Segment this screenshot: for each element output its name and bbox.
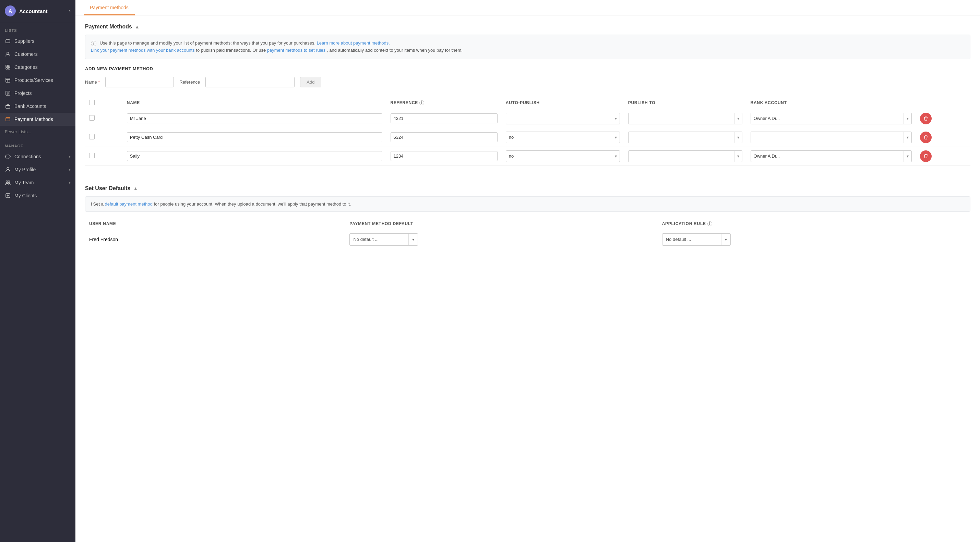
products-icon	[5, 77, 11, 83]
payment-method-default-chevron-icon-fred: ▾	[408, 234, 418, 245]
sidebar-item-payment-methods[interactable]: Payment Methods	[0, 113, 75, 126]
sidebar-item-label-my-team: My Team	[14, 180, 65, 185]
publish-to-select-wrap-petty-cash: ▾	[628, 132, 742, 143]
sidebar-item-categories[interactable]: Categories	[0, 61, 75, 74]
user-defaults-title: Set User Defaults	[85, 185, 130, 192]
delete-button-sally[interactable]	[920, 151, 932, 162]
content-area: Payment Methods ▲ i Use this page to man…	[75, 16, 980, 542]
payment-methods-chevron-up-icon[interactable]: ▲	[135, 24, 140, 30]
connections-icon	[5, 154, 11, 160]
auto-publish-select-wrap-petty-cash: no yes ▾	[506, 132, 620, 143]
my-profile-icon	[5, 166, 11, 173]
info-text-3: , and automatically add context to your …	[327, 48, 463, 53]
bank-account-select-petty-cash[interactable]: Owner A Dr...	[751, 133, 904, 142]
application-rule-select-wrap-fred: No default ... ▾	[662, 233, 731, 246]
account-name: Accountant	[19, 8, 48, 14]
application-rule-chevron-icon-fred: ▾	[721, 234, 730, 245]
sidebar-item-my-clients[interactable]: My Clients	[0, 189, 75, 202]
publish-to-chevron-icon-mr-jane: ▾	[734, 113, 742, 124]
user-defaults-table: USER NAME PAYMENT METHOD DEFAULT APPLICA…	[85, 219, 970, 250]
add-button[interactable]: Add	[300, 77, 321, 87]
sidebar-item-projects[interactable]: Projects	[0, 87, 75, 100]
sidebar-item-my-team[interactable]: My Team ▾	[0, 176, 75, 189]
col-header-user-name: USER NAME	[85, 219, 345, 229]
auto-publish-select-petty-cash[interactable]: no yes	[506, 133, 612, 142]
sidebar-item-connections[interactable]: Connections ▾	[0, 150, 75, 163]
select-all-checkbox[interactable]	[89, 100, 95, 105]
set-rules-link[interactable]: payment methods to set rules	[267, 48, 326, 53]
link-bank-accounts-link[interactable]: Link your payment methods with your bank…	[91, 48, 195, 53]
bank-account-chevron-icon-sally: ▾	[904, 151, 912, 162]
col-header-auto-publish: AUTO-PUBLISH	[502, 97, 624, 109]
row-checkbox-petty-cash[interactable]	[89, 134, 95, 139]
svg-point-1	[7, 52, 9, 54]
my-profile-chevron-down-icon: ▾	[68, 167, 71, 172]
my-clients-icon	[5, 193, 11, 199]
sidebar-item-label-customers: Customers	[14, 51, 71, 57]
svg-rect-5	[8, 68, 10, 69]
tabs-bar: Payment methods	[75, 0, 980, 16]
suppliers-icon	[5, 38, 11, 44]
table-row: yes no ▾ ▾	[85, 109, 970, 128]
row-checkbox-sally[interactable]	[89, 153, 95, 158]
bank-account-select-mr-jane[interactable]: Owner A Dr...	[751, 114, 904, 123]
account-chevron-right-icon: ›	[69, 8, 71, 14]
reference-field-sally[interactable]	[391, 151, 498, 161]
add-payment-method-form: Name * Reference Add	[85, 77, 970, 87]
name-input[interactable]	[105, 77, 174, 87]
publish-to-chevron-icon-sally: ▾	[734, 151, 742, 162]
fewer-lists-button[interactable]: Fewer Lists...	[0, 126, 75, 138]
delete-button-petty-cash[interactable]	[920, 132, 932, 143]
reference-field-petty-cash[interactable]	[391, 132, 498, 142]
sidebar-item-my-profile[interactable]: My Profile ▾	[0, 163, 75, 176]
auto-publish-select-wrap-mr-jane: yes no ▾	[506, 113, 620, 124]
auto-publish-chevron-icon-sally: ▾	[612, 151, 620, 162]
sidebar-item-label-categories: Categories	[14, 64, 71, 70]
publish-to-select-sally[interactable]	[628, 151, 734, 161]
reference-info-icon[interactable]: i	[419, 100, 424, 105]
publish-to-select-wrap-sally: ▾	[628, 151, 742, 162]
sidebar-item-label-my-profile: My Profile	[14, 167, 65, 172]
user-defaults-info-box: i Set a default payment method for peopl…	[85, 196, 970, 212]
lists-section-label: LISTS	[0, 22, 75, 35]
col-header-name: NAME	[123, 97, 387, 109]
sidebar-item-customers[interactable]: Customers	[0, 48, 75, 61]
manage-section-label: MANAGE	[0, 138, 75, 150]
sidebar-item-bank-accounts[interactable]: Bank Accounts	[0, 100, 75, 113]
reference-input[interactable]	[205, 77, 294, 87]
name-field-sally[interactable]	[127, 151, 382, 161]
payment-methods-table: NAME REFERENCE i AUTO-PUBLISH PUBLISH TO…	[85, 97, 970, 166]
tab-payment-methods[interactable]: Payment methods	[84, 0, 135, 16]
publish-to-select-mr-jane[interactable]	[628, 114, 734, 123]
payment-method-default-select-fred[interactable]: No default ...	[350, 235, 408, 244]
required-asterisk: *	[98, 79, 100, 85]
name-field-petty-cash[interactable]	[127, 132, 382, 142]
delete-button-mr-jane[interactable]	[920, 113, 932, 124]
publish-to-select-petty-cash[interactable]	[628, 133, 734, 142]
connections-chevron-down-icon: ▾	[68, 154, 71, 159]
user-defaults-chevron-up-icon[interactable]: ▲	[134, 186, 138, 191]
auto-publish-select-mr-jane[interactable]: yes no	[506, 114, 612, 123]
bank-account-select-wrap-sally: Owner A Dr... ▾	[751, 151, 912, 162]
account-info: A Accountant	[5, 5, 48, 16]
name-field-mr-jane[interactable]	[127, 113, 382, 124]
payment-methods-section-header: Payment Methods ▲	[85, 24, 970, 30]
table-row: no yes ▾ ▾	[85, 128, 970, 147]
auto-publish-select-sally[interactable]: no yes	[506, 151, 612, 161]
default-payment-method-link[interactable]: default payment method	[105, 201, 153, 207]
bank-accounts-icon	[5, 103, 11, 109]
row-checkbox-mr-jane[interactable]	[89, 115, 95, 120]
auto-publish-chevron-icon-petty-cash: ▾	[612, 132, 620, 143]
sidebar-header[interactable]: A Accountant ›	[0, 0, 75, 22]
application-rule-select-fred[interactable]: No default ...	[662, 235, 721, 244]
learn-more-link[interactable]: Learn more about payment methods.	[317, 40, 390, 46]
bank-account-select-sally[interactable]: Owner A Dr...	[751, 151, 904, 161]
application-rule-info-icon[interactable]: i	[707, 221, 712, 226]
sidebar-item-products[interactable]: Products/Services	[0, 74, 75, 87]
sidebar-item-label-payment-methods: Payment Methods	[14, 116, 71, 122]
sidebar: A Accountant › LISTS Suppliers Customers…	[0, 0, 75, 542]
main-content: Payment methods Payment Methods ▲ i Use …	[75, 0, 980, 542]
reference-field-mr-jane[interactable]	[391, 113, 498, 124]
sidebar-item-suppliers[interactable]: Suppliers	[0, 35, 75, 48]
svg-rect-0	[6, 40, 10, 43]
